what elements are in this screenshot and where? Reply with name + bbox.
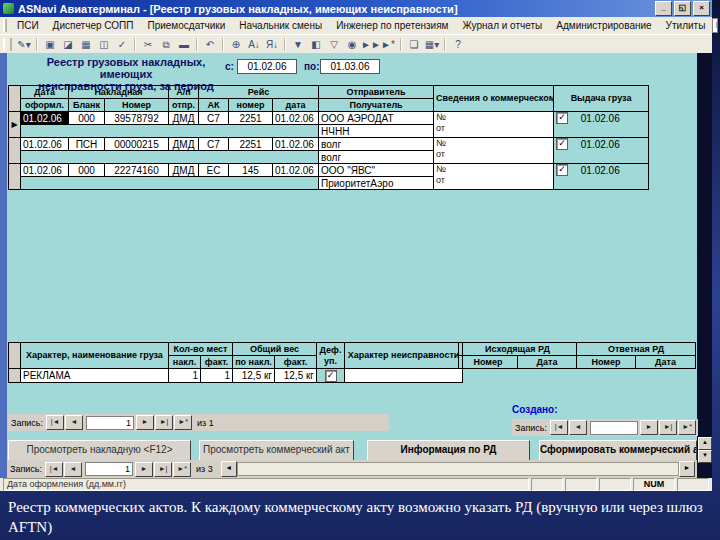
cell-flight[interactable]: 2251	[229, 138, 273, 151]
record-number-box[interactable]: 1	[85, 462, 133, 476]
previous-record-button[interactable]: ◄	[65, 415, 83, 430]
view-waybill-button[interactable]: Просмотреть накладную <F12>	[8, 440, 191, 461]
previous-record-button[interactable]: ◄	[64, 462, 82, 477]
record-number-box[interactable]	[590, 421, 638, 435]
cell-airline[interactable]: С7	[199, 112, 229, 125]
first-record-button[interactable]: |◄	[45, 462, 63, 477]
filter-by-selection-icon[interactable]: ▼	[289, 37, 307, 53]
cell-number[interactable]: 39578792	[105, 112, 169, 125]
issued-checkbox[interactable]	[556, 112, 568, 124]
scroll-down-icon[interactable]: ▼	[698, 450, 712, 463]
cell-cargo-name[interactable]: РЕКЛАМА	[21, 369, 169, 383]
cell-weight-doc[interactable]: 12,5 кг	[233, 369, 275, 383]
cell-commercial-act[interactable]: №от	[434, 112, 554, 138]
table-row[interactable]: РЕКЛАМА 1 1 12,5 кг 12,5 кг	[9, 369, 463, 383]
apply-filter-icon[interactable]: ▽	[325, 37, 343, 53]
row-selector[interactable]	[9, 369, 21, 383]
menu-utilities[interactable]: Утилиты	[659, 19, 713, 32]
export-icon[interactable]: ◪	[59, 37, 77, 53]
sort-ascending-icon[interactable]: А↓	[245, 37, 263, 53]
cell-places-fact[interactable]: 1	[201, 369, 233, 383]
cell-sender[interactable]: ООО АЭРОДАТ	[319, 112, 434, 125]
paste-icon[interactable]: ▬	[175, 37, 193, 53]
cell-commercial-act[interactable]: №от	[434, 164, 554, 190]
table-row[interactable]: 01.02.06 000 22274160 ДМД ЕС 145 01.02.0…	[9, 164, 649, 177]
database-window-icon[interactable]: ❏	[405, 37, 423, 53]
print-preview-icon[interactable]: ◫	[95, 37, 113, 53]
help-icon[interactable]: ?	[449, 37, 467, 53]
record-number-box[interactable]: 1	[86, 416, 134, 430]
cell-blank[interactable]: ПСН	[69, 138, 105, 151]
period-to-field[interactable]: 01.03.06	[320, 59, 380, 74]
rd-info-button[interactable]: Информация по РД	[367, 440, 530, 461]
cell-defect[interactable]	[317, 369, 345, 383]
menu-shift-chief[interactable]: Начальник смены	[232, 19, 329, 32]
print-icon[interactable]: ▦	[77, 37, 95, 53]
menu-acceptance-clerks[interactable]: Приемосдатчики	[140, 19, 232, 32]
cell-airport[interactable]: ДМД	[169, 138, 199, 151]
cell-cargo-issue[interactable]: 01.02.06	[554, 164, 649, 190]
minimize-button[interactable]: _	[655, 1, 672, 16]
cell-weight-fact[interactable]: 12,5 кг	[275, 369, 317, 383]
last-record-button[interactable]: ►|	[659, 420, 677, 435]
create-commercial-act-button[interactable]: Сформировать коммерческий акт	[539, 440, 697, 461]
cell-blank[interactable]: 000	[69, 112, 105, 125]
cut-icon[interactable]: ✂	[139, 37, 157, 53]
scroll-right-icon[interactable]: ►	[679, 461, 695, 477]
cell-flight[interactable]: 2251	[229, 112, 273, 125]
menu-claims-engineer[interactable]: Инженер по претензиям	[329, 19, 455, 32]
cell-blank[interactable]: 000	[69, 164, 105, 177]
last-record-button[interactable]: ►|	[154, 462, 172, 477]
restore-button[interactable]: ◱	[674, 1, 691, 16]
issued-checkbox[interactable]	[556, 138, 568, 150]
close-button[interactable]: ×	[693, 1, 710, 16]
next-record-button[interactable]: ►	[135, 462, 153, 477]
period-from-field[interactable]: 01.02.06	[237, 59, 297, 74]
find-icon[interactable]: ◉	[343, 37, 361, 53]
cell-receiver[interactable]: волг	[319, 151, 434, 164]
issue-date[interactable]: 01.02.06	[581, 165, 620, 176]
last-record-button[interactable]: ►|	[155, 415, 173, 430]
cell-airport[interactable]: ДМД	[169, 164, 199, 177]
new-object-icon[interactable]: ▦▾	[423, 37, 441, 53]
table-row[interactable]: ▶ 01.02.06 000 39578792 ДМД С7 2251 01.0…	[9, 112, 649, 125]
cell-flight-date[interactable]: 01.02.06	[273, 138, 319, 151]
cell-commercial-act[interactable]: №от	[434, 138, 554, 164]
filter-by-form-icon[interactable]: ◧	[307, 37, 325, 53]
view-commercial-act-button[interactable]: Просмотреть коммерческий акт	[199, 440, 354, 461]
new-record-button[interactable]: ►*	[174, 415, 192, 430]
cell-airline[interactable]: С7	[199, 138, 229, 151]
scroll-up-icon[interactable]: ▲	[698, 437, 712, 450]
save-icon[interactable]: ▣	[41, 37, 59, 53]
cell-number[interactable]: 00000215	[105, 138, 169, 151]
first-record-button[interactable]: |◄	[550, 420, 568, 435]
find-next-icon[interactable]: ►►	[361, 37, 379, 53]
previous-record-button[interactable]: ◄	[569, 420, 587, 435]
table-row[interactable]: 01.02.06 ПСН 00000215 ДМД С7 2251 01.02.…	[9, 138, 649, 151]
next-record-button[interactable]: ►	[136, 415, 154, 430]
issued-checkbox[interactable]	[556, 164, 568, 176]
cell-date[interactable]: 01.02.06	[21, 164, 69, 177]
cell-cargo-issue[interactable]: 01.02.06	[554, 112, 649, 138]
cell-flight-date[interactable]: 01.02.06	[273, 112, 319, 125]
cell-flight-date[interactable]: 01.02.06	[273, 164, 319, 177]
copy-icon[interactable]: ⧉	[157, 37, 175, 53]
row-selector[interactable]	[9, 164, 21, 190]
new-record-button[interactable]: ►*	[678, 420, 696, 435]
cell-flight[interactable]: 145	[229, 164, 273, 177]
first-record-button[interactable]: |◄	[46, 415, 64, 430]
menu-psi[interactable]: ПСИ	[10, 19, 46, 32]
insert-hyperlink-icon[interactable]: ⊕	[227, 37, 245, 53]
undo-icon[interactable]: ↶	[201, 37, 219, 53]
cell-date[interactable]: 01.02.06	[21, 138, 69, 151]
next-record-button[interactable]: ►	[640, 420, 658, 435]
new-record-icon[interactable]: ►*	[379, 37, 397, 53]
cell-places-doc[interactable]: 1	[169, 369, 201, 383]
sort-descending-icon[interactable]: Я↓	[263, 37, 281, 53]
password-combo[interactable]: Введите пароль ▼	[712, 18, 718, 33]
cell-date[interactable]: 01.02.06	[21, 112, 69, 125]
cell-sender[interactable]: волг	[319, 138, 434, 151]
issue-date[interactable]: 01.02.06	[581, 139, 620, 150]
scrollbar-track[interactable]	[237, 462, 679, 476]
menu-journal-reports[interactable]: Журнал и отчеты	[455, 19, 549, 32]
